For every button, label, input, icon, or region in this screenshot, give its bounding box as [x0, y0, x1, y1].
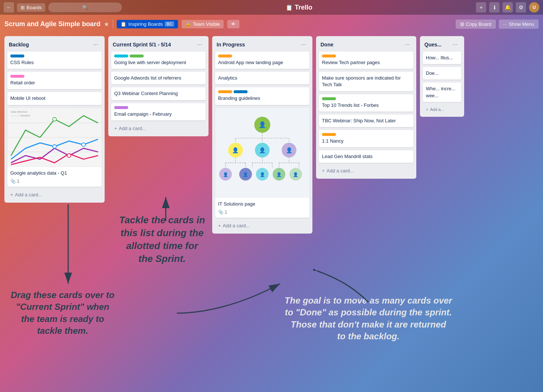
- card-server-deploy[interactable]: Going live with server deployment: [111, 52, 206, 69]
- card-labels: [114, 55, 203, 57]
- annotation-backlog-text: Drag these cards over to"Current Sprint"…: [4, 289, 122, 337]
- card-lead-gen[interactable]: Lead Gen Mandrill stats: [319, 150, 413, 163]
- add-card-progress[interactable]: + Add a card...: [215, 221, 309, 231]
- add-card-sprint[interactable]: + Add a card...: [111, 123, 206, 133]
- board-star-button[interactable]: ★: [104, 21, 109, 28]
- settings-button[interactable]: ⚙: [516, 2, 526, 13]
- add-icon: +: [114, 126, 117, 131]
- card-labels: [10, 55, 99, 57]
- card-mobile-ui[interactable]: Mobile UI reboot: [7, 92, 102, 105]
- card-branding[interactable]: Branding guidelines: [215, 87, 309, 105]
- add-button[interactable]: +: [476, 2, 486, 13]
- add-card-done[interactable]: + Add a card...: [319, 166, 413, 176]
- card-title: TBC Webinar: Ship Now, Not Later: [322, 118, 410, 124]
- svg-text:👤: 👤: [259, 147, 266, 154]
- svg-point-7: [67, 154, 71, 157]
- card-title: IT Solutions page: [218, 201, 306, 207]
- list-menu-backlog[interactable]: ···: [91, 41, 100, 49]
- list-title-progress: In Progress: [217, 42, 245, 48]
- card-q2[interactable]: Doe...: [423, 67, 461, 80]
- board-lists: Backlog ··· CSS Rules Retail order Mobil…: [0, 33, 543, 237]
- card-google-adwords[interactable]: Google Adwords list of referrers: [111, 72, 206, 84]
- card-top-trends[interactable]: Top 10 Trends list - Forbes: [319, 94, 413, 112]
- svg-point-6: [82, 143, 85, 146]
- card-sponsors[interactable]: Make sure sponsors are indicated for Tec…: [319, 72, 413, 91]
- card-labels: [218, 55, 306, 57]
- list-title-questions: Ques...: [424, 42, 442, 48]
- card-meta: 📎 1: [218, 210, 306, 215]
- card-title: Android App new landing page: [218, 59, 306, 66]
- svg-text:👤: 👤: [260, 172, 265, 177]
- add-icon: +: [426, 107, 428, 112]
- card-title: Top 10 Trends list - Forbes: [322, 102, 410, 109]
- svg-text:👤: 👤: [232, 147, 239, 154]
- card-q3[interactable]: Whe... incre... wee...: [423, 83, 461, 102]
- show-menu-button[interactable]: ··· Show Menu: [499, 20, 539, 29]
- label-cyan: [114, 55, 128, 57]
- svg-point-5: [53, 144, 56, 148]
- card-it-solutions[interactable]: 👤 👤 👤 👤: [215, 108, 309, 218]
- card-title: Email campaign - February: [114, 111, 203, 118]
- board-title: Scrum and Agile Simple board: [4, 20, 100, 28]
- card-q1[interactable]: How... Illus...: [423, 52, 461, 64]
- add-icon: +: [10, 192, 13, 197]
- search-bar[interactable]: 🔍: [48, 3, 122, 12]
- card-title: Google analytics data - Q1: [10, 170, 99, 176]
- card-labels: [218, 90, 306, 93]
- card-title: CSS Rules: [10, 59, 99, 66]
- svg-text:👤: 👤: [286, 147, 293, 154]
- list-menu-sprint[interactable]: ···: [195, 41, 204, 49]
- svg-text:👤: 👤: [243, 172, 248, 177]
- card-android-app[interactable]: Android App new landing page: [215, 52, 309, 69]
- team-visible-pill[interactable]: 🔒 Team Visible: [182, 20, 224, 28]
- add-card-backlog[interactable]: + Add a card...: [7, 190, 102, 200]
- boards-button[interactable]: ⊞ Boards: [17, 3, 45, 12]
- list-questions: Ques... ··· How... Illus... Doe... Whe..…: [420, 36, 464, 117]
- card-labels: [322, 55, 410, 57]
- card-tbc-webinar[interactable]: TBC Webinar: Ship Now, Not Later: [319, 115, 413, 127]
- copy-board-button[interactable]: ⊞ Copy Board: [456, 20, 496, 29]
- svg-text:👤: 👤: [259, 121, 266, 129]
- card-retail-order[interactable]: Retail order: [7, 72, 102, 89]
- header-divider: [113, 20, 113, 28]
- list-menu-questions[interactable]: ···: [451, 41, 460, 49]
- list-title-backlog: Backlog: [9, 42, 29, 48]
- menu-icon: ···: [503, 21, 507, 27]
- board-area: Backlog ··· CSS Rules Retail order Mobil…: [0, 33, 543, 237]
- card-review-tech[interactable]: Review Tech partner pages: [319, 52, 413, 69]
- privacy-button[interactable]: 👁: [227, 20, 239, 28]
- card-q3-webinar[interactable]: Q3 Webinar Content Planning: [111, 87, 206, 100]
- add-icon: +: [218, 223, 221, 228]
- svg-text:— — — baseline: — — — baseline: [11, 114, 30, 116]
- info-button[interactable]: ℹ: [489, 2, 500, 13]
- nav-right-actions: + ℹ 🔔 ⚙ U: [476, 2, 539, 13]
- notification-button[interactable]: 🔔: [502, 2, 513, 13]
- card-title: Whe... incre... wee...: [426, 85, 458, 99]
- label-blue: [10, 55, 24, 57]
- card-email-campaign[interactable]: Email campaign - February: [111, 103, 206, 120]
- svg-point-4: [53, 117, 56, 121]
- add-icon: +: [322, 168, 325, 174]
- card-nancy[interactable]: 1:1 Nancy: [319, 130, 413, 147]
- list-header-questions: Ques... ···: [423, 39, 461, 52]
- card-title: Branding guidelines: [218, 95, 306, 102]
- card-title: Lead Gen Mandrill stats: [322, 153, 410, 160]
- label-orange: [218, 55, 232, 57]
- attachment-icon: 📎 1: [10, 179, 20, 184]
- card-meta: 📎 1: [10, 179, 99, 184]
- svg-text:👤: 👤: [223, 172, 228, 177]
- search-icon: 🔍: [82, 5, 88, 10]
- user-avatar[interactable]: U: [529, 2, 539, 13]
- card-title: Make sure sponsors are indicated for Tec…: [322, 75, 410, 88]
- inspiring-boards-pill[interactable]: 📋 Inspiring Boards BC: [117, 20, 178, 28]
- list-menu-done[interactable]: ···: [403, 41, 412, 49]
- list-menu-progress[interactable]: ···: [299, 41, 308, 49]
- add-card-questions[interactable]: + Add a...: [423, 105, 461, 114]
- card-analytics[interactable]: Analytics: [215, 72, 309, 84]
- list-header-sprint: Current Sprint 5/1 - 5/14 ···: [111, 39, 206, 52]
- back-button[interactable]: ←: [4, 2, 14, 13]
- label-orange: [218, 90, 232, 93]
- svg-text:👤: 👤: [276, 172, 282, 177]
- card-css-rules[interactable]: CSS Rules: [7, 52, 102, 69]
- card-google-analytics[interactable]: data reference — — — baseline Google ana…: [7, 108, 102, 187]
